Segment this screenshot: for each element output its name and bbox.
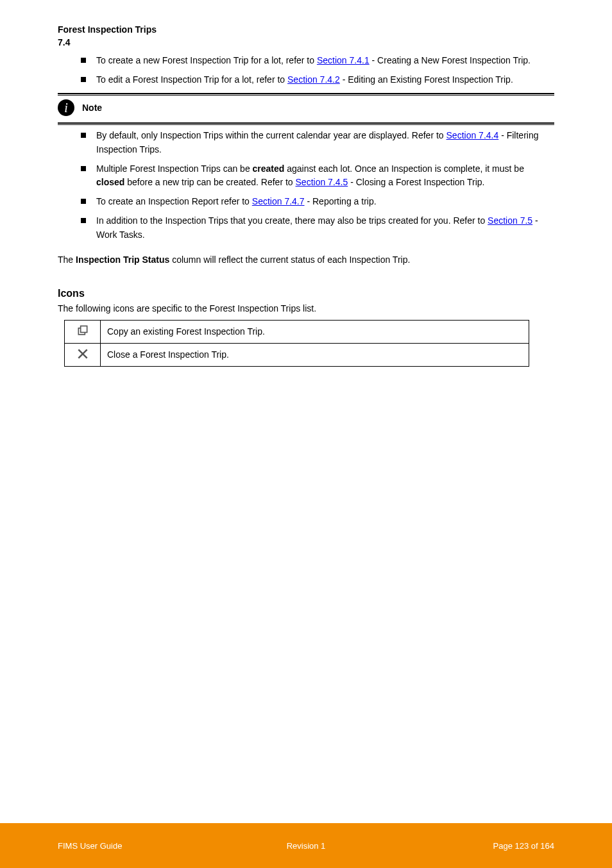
list-item: By default, only Inspection Trips within… [81, 129, 554, 156]
intro-bullet-list: To create a new Forest Inspection Trip f… [58, 54, 554, 87]
text: In addition to the Inspection Trips that… [96, 215, 488, 226]
icon-cell [65, 343, 101, 366]
bold-text: closed [96, 177, 124, 187]
list-item: To create an Inspection Report refer to … [81, 195, 554, 209]
status-paragraph: The Inspection Trip Status column will r… [58, 253, 554, 267]
section-link[interactable]: Section 7.4.7 [252, 196, 305, 206]
text: By default, only Inspection Trips within… [96, 130, 446, 140]
list-item: To create a new Forest Inspection Trip f… [81, 54, 554, 68]
copy-icon [76, 324, 89, 337]
text: - Closing a Forest Inspection Trip. [348, 177, 484, 187]
icon-description: Copy an existing Forest Inspection Trip. [101, 320, 529, 343]
text: - Reporting a trip. [305, 196, 377, 206]
text: Multiple Forest Inspection Trips can be [96, 163, 253, 174]
divider [58, 122, 554, 125]
info-icon: i [58, 99, 74, 116]
close-icon [76, 347, 89, 360]
section-title: Forest Inspection Trips [58, 24, 554, 35]
text: To create an Inspection Report refer to [96, 196, 252, 206]
section-link[interactable]: Section 7.4.4 [446, 130, 499, 140]
footer: FIMS User Guide Revision 1 Page 123 of 1… [0, 823, 612, 868]
text: - Creating a New Forest Inspection Trip. [370, 55, 531, 65]
text: against each lot. Once an Inspection is … [284, 163, 524, 174]
text: column will reflect the current status o… [169, 255, 410, 265]
footer-left: FIMS User Guide [58, 841, 223, 851]
section-link[interactable]: Section 7.4.2 [287, 74, 340, 85]
section-id: 7.4 [58, 37, 554, 47]
text: before a new trip can be created. Refer … [124, 177, 295, 187]
icons-table: Copy an existing Forest Inspection Trip.… [64, 320, 529, 367]
divider [58, 93, 554, 96]
note-label: Note [82, 103, 102, 113]
column-name: Inspection Trip Status [76, 255, 169, 265]
text: To create a new Forest Inspection Trip f… [96, 55, 317, 65]
text: - Editing an Existing Forest Inspection … [340, 74, 513, 85]
bold-text: created [253, 163, 285, 174]
table-row: Close a Forest Inspection Trip. [65, 343, 529, 366]
section-link[interactable]: Section 7.4.1 [317, 55, 370, 65]
footer-center: Revision 1 [223, 841, 389, 851]
note-block: i Note [58, 99, 554, 116]
note-bullet-list: By default, only Inspection Trips within… [58, 129, 554, 242]
footer-right: Page 123 of 164 [389, 841, 554, 851]
section-link[interactable]: Section 7.5 [488, 215, 532, 226]
list-item: In addition to the Inspection Trips that… [81, 214, 554, 242]
svg-rect-1 [80, 326, 87, 332]
icon-cell [65, 320, 101, 343]
icon-description: Close a Forest Inspection Trip. [101, 343, 529, 366]
table-row: Copy an existing Forest Inspection Trip. [65, 320, 529, 343]
text: The [58, 255, 76, 265]
icons-heading: Icons [58, 288, 554, 299]
text: To edit a Forest Inspection Trip for a l… [96, 74, 287, 85]
list-item: Multiple Forest Inspection Trips can be … [81, 162, 554, 190]
section-link[interactable]: Section 7.4.5 [296, 177, 348, 187]
icons-intro: The following icons are specific to the … [58, 303, 554, 313]
list-item: To edit a Forest Inspection Trip for a l… [81, 73, 554, 87]
